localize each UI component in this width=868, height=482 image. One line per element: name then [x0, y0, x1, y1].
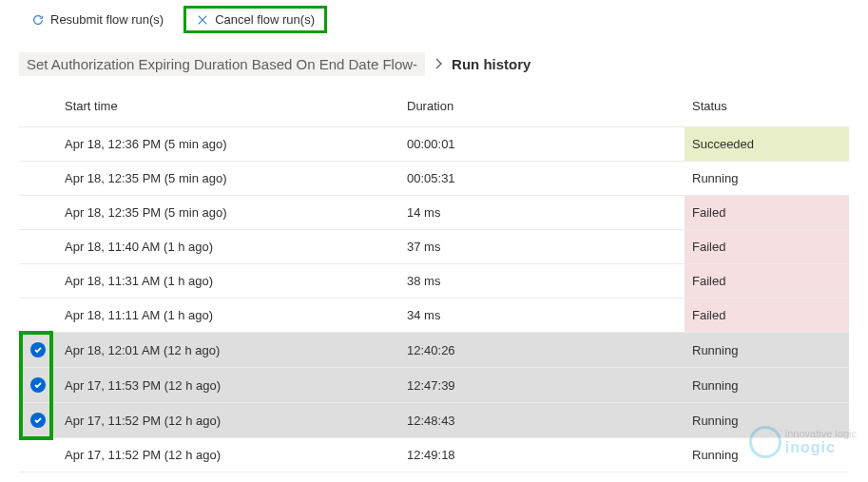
cell-status: Running — [685, 438, 849, 472]
cell-start-time: Apr 18, 12:35 PM (5 min ago) — [57, 196, 399, 230]
cell-start-time: Apr 17, 11:52 PM (12 h ago) — [57, 403, 399, 438]
breadcrumb: Set Authorization Expiring Duration Base… — [0, 39, 868, 86]
cell-status: Running — [685, 472, 849, 483]
cell-status: Succeeded — [685, 127, 849, 162]
cell-duration: 38 ms — [399, 264, 685, 299]
row-checkbox-cell[interactable] — [19, 403, 57, 438]
cell-status: Running — [685, 162, 849, 196]
resubmit-button[interactable]: Resubmit flow run(s) — [19, 6, 176, 33]
cell-duration: 12:48:43 — [399, 403, 685, 438]
cell-start-time: Apr 17, 11:52 PM (12 h ago) — [57, 438, 399, 472]
cell-duration: 12:49:36 — [399, 472, 685, 483]
table-row[interactable]: Apr 17, 11:53 PM (12 h ago)12:47:39Runni… — [19, 368, 849, 403]
table-row[interactable]: Apr 18, 11:31 AM (1 h ago)38 msFailed — [19, 264, 849, 299]
table-row[interactable]: Apr 18, 12:01 AM (12 h ago)12:40:26Runni… — [19, 333, 849, 368]
col-header-select[interactable] — [19, 86, 57, 127]
row-checkbox-cell[interactable] — [19, 438, 57, 472]
cell-status: Failed — [685, 196, 849, 230]
row-checkbox-cell[interactable] — [19, 333, 57, 368]
cell-start-time: Apr 18, 12:01 AM (12 h ago) — [57, 333, 399, 368]
toolbar: Resubmit flow run(s) Cancel flow run(s) — [0, 0, 868, 39]
cell-start-time: Apr 17, 11:51 PM (12 h ago) — [57, 472, 399, 483]
cancel-button[interactable]: Cancel flow run(s) — [183, 6, 327, 33]
table-row[interactable]: Apr 18, 12:35 PM (5 min ago)00:05:31Runn… — [19, 162, 849, 196]
close-icon — [196, 13, 209, 27]
row-checkbox-cell[interactable] — [19, 162, 57, 196]
cell-duration: 00:05:31 — [399, 162, 685, 196]
col-header-status[interactable]: Status — [685, 86, 849, 127]
cell-start-time: Apr 17, 11:53 PM (12 h ago) — [57, 368, 399, 403]
row-checkbox-cell[interactable] — [19, 264, 57, 299]
col-header-duration[interactable]: Duration — [399, 86, 685, 127]
run-history-table: Start time Duration Status Apr 18, 12:36… — [19, 86, 849, 482]
cell-duration: 00:00:01 — [399, 127, 685, 162]
table-row[interactable]: Apr 18, 11:40 AM (1 h ago)37 msFailed — [19, 230, 849, 264]
resubmit-label: Resubmit flow run(s) — [50, 12, 164, 27]
row-checkbox-cell[interactable] — [19, 127, 57, 162]
refresh-icon — [31, 13, 45, 27]
table-row[interactable]: Apr 18, 12:35 PM (5 min ago)14 msFailed — [19, 196, 849, 230]
cell-start-time: Apr 18, 12:35 PM (5 min ago) — [57, 162, 399, 196]
breadcrumb-current: Run history — [452, 56, 530, 72]
cell-start-time: Apr 18, 11:40 AM (1 h ago) — [57, 230, 399, 264]
breadcrumb-flow-name[interactable]: Set Authorization Expiring Duration Base… — [19, 52, 425, 76]
row-checkbox-cell[interactable] — [19, 472, 57, 483]
table-row[interactable]: Apr 17, 11:51 PM (12 h ago)12:49:36Runni… — [19, 472, 849, 483]
cell-status: Failed — [685, 230, 849, 264]
cell-duration: 12:49:18 — [399, 438, 685, 472]
cell-duration: 14 ms — [399, 196, 685, 230]
chevron-right-icon — [434, 56, 442, 72]
cell-duration: 37 ms — [399, 230, 685, 264]
cell-duration: 34 ms — [399, 299, 685, 333]
table-row[interactable]: Apr 17, 11:52 PM (12 h ago)12:49:18Runni… — [19, 438, 849, 472]
cell-start-time: Apr 18, 12:36 PM (5 min ago) — [57, 127, 399, 162]
row-checkbox-cell[interactable] — [19, 368, 57, 403]
table-row[interactable]: Apr 18, 11:11 AM (1 h ago)34 msFailed — [19, 299, 849, 333]
col-header-start[interactable]: Start time — [57, 86, 399, 127]
table-row[interactable]: Apr 18, 12:36 PM (5 min ago)00:00:01Succ… — [19, 127, 849, 162]
cell-status: Failed — [685, 299, 849, 333]
cell-status: Running — [685, 403, 849, 438]
table-row[interactable]: Apr 17, 11:52 PM (12 h ago)12:48:43Runni… — [19, 403, 849, 438]
checkmark-icon — [30, 377, 46, 393]
row-checkbox-cell[interactable] — [19, 196, 57, 230]
cell-status: Running — [685, 368, 849, 403]
cell-duration: 12:40:26 — [399, 333, 685, 368]
cell-status: Running — [685, 333, 849, 368]
row-checkbox-cell[interactable] — [19, 299, 57, 333]
cell-start-time: Apr 18, 11:31 AM (1 h ago) — [57, 264, 399, 299]
row-checkbox-cell[interactable] — [19, 230, 57, 264]
cell-status: Failed — [685, 264, 849, 299]
checkmark-icon — [30, 342, 46, 357]
cell-duration: 12:47:39 — [399, 368, 685, 403]
cell-start-time: Apr 18, 11:11 AM (1 h ago) — [57, 299, 399, 333]
cancel-label: Cancel flow run(s) — [215, 12, 315, 27]
checkmark-icon — [30, 413, 46, 428]
